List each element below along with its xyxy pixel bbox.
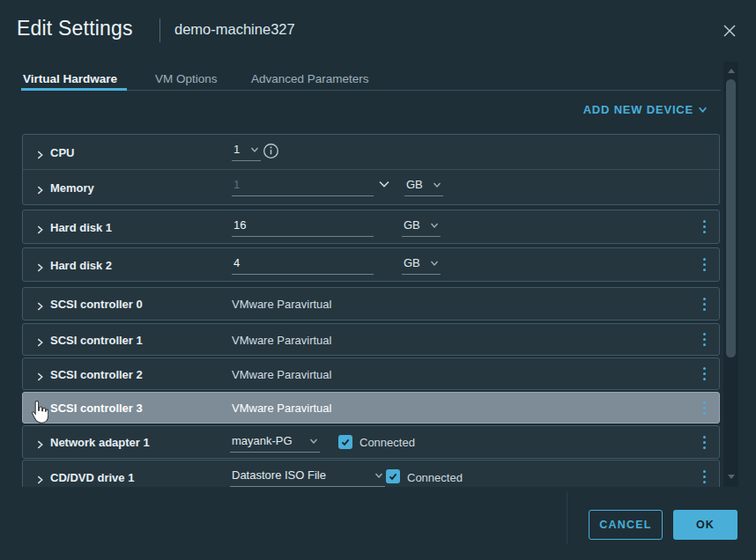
hard-disk-2-card: Hard disk 2 GB <box>22 247 720 282</box>
cd-dvd-source-select[interactable]: Datastore ISO File <box>230 464 385 487</box>
row-scsi-controller-2: SCSI controller 2 VMware Paravirtual <box>23 358 719 389</box>
cd-dvd-source-value: Datastore ISO File <box>232 468 326 482</box>
cpu-memory-card: CPU 1 Memory GB <box>22 134 720 205</box>
row-scsi-controller-3: SCSI controller 3 VMware Paravirtual <box>23 393 719 423</box>
device-list: CPU 1 Memory GB <box>22 123 721 487</box>
chevron-down-icon <box>433 181 441 189</box>
row-cd-dvd-drive-1: CD/DVD drive 1 Datastore ISO File Connec… <box>23 461 719 487</box>
chevron-right-icon[interactable] <box>35 182 45 192</box>
cd-dvd-drive-1-label: CD/DVD drive 1 <box>50 470 134 483</box>
chevron-right-icon[interactable] <box>35 299 45 309</box>
cancel-button[interactable]: CANCEL <box>589 510 663 540</box>
chevron-right-icon[interactable] <box>35 335 45 344</box>
scsi-controller-0-type: VMware Paravirtual <box>232 298 331 311</box>
tab-advanced-parameters[interactable]: Advanced Parameters <box>251 72 369 85</box>
scsi-controller-1-label: SCSI controller 1 <box>50 333 143 346</box>
scsi-controller-2-label: SCSI controller 2 <box>50 367 143 380</box>
memory-size-input[interactable] <box>232 173 374 196</box>
kebab-menu-icon[interactable] <box>693 293 715 314</box>
hard-disk-1-unit-select[interactable]: GB <box>402 214 441 237</box>
scroll-up-arrow-icon[interactable] <box>723 63 738 77</box>
footer-divider <box>567 491 567 544</box>
kebab-menu-icon[interactable] <box>693 254 715 276</box>
scsi-controller-1-card: SCSI controller 1 VMware Paravirtual <box>22 323 720 356</box>
memory-unit-value: GB <box>406 178 423 191</box>
chevron-right-icon[interactable] <box>35 438 45 447</box>
network-connected-checkbox[interactable] <box>338 435 352 449</box>
check-icon <box>388 471 398 482</box>
hard-disk-2-unit-value: GB <box>404 256 420 269</box>
scrollbar-thumb[interactable] <box>726 79 736 357</box>
cd-dvd-connected-label: Connected <box>407 470 463 483</box>
network-adapter-1-card: Network adapter 1 mayank-PG Connected <box>22 425 720 459</box>
kebab-menu-icon[interactable] <box>693 467 715 488</box>
kebab-menu-icon[interactable] <box>693 431 715 453</box>
vm-name: demo-machine327 <box>174 21 295 38</box>
add-new-device-button[interactable]: ADD NEW DEVICE <box>583 103 708 116</box>
tab-virtual-hardware[interactable]: Virtual Hardware <box>23 72 117 85</box>
active-tab-underline <box>21 88 127 91</box>
ok-button[interactable]: OK <box>673 510 737 540</box>
add-new-device-label: ADD NEW DEVICE <box>583 103 693 116</box>
kebab-menu-icon[interactable] <box>693 397 715 418</box>
scsi-controller-2-card: SCSI controller 2 VMware Paravirtual <box>22 357 720 390</box>
cpu-label: CPU <box>50 145 74 158</box>
scroll-down-arrow-icon[interactable] <box>723 469 738 483</box>
network-connected-label: Connected <box>359 436 415 449</box>
scsi-controller-0-label: SCSI controller 0 <box>50 298 143 311</box>
scsi-controller-0-card: SCSI controller 0 VMware Paravirtual <box>22 287 720 321</box>
cpu-count-value: 1 <box>233 143 240 156</box>
row-scsi-controller-1: SCSI controller 1 VMware Paravirtual <box>23 324 719 355</box>
chevron-right-icon[interactable] <box>35 147 45 157</box>
scsi-controller-2-type: VMware Paravirtual <box>232 367 331 380</box>
memory-unit-select[interactable]: GB <box>404 173 443 196</box>
chevron-right-icon[interactable] <box>35 260 45 269</box>
title-divider <box>159 18 160 42</box>
scsi-controller-1-type: VMware Paravirtual <box>232 333 331 346</box>
hard-disk-2-size-input[interactable] <box>232 252 374 275</box>
check-icon <box>340 437 351 447</box>
chevron-right-icon[interactable] <box>35 222 45 232</box>
hard-disk-2-label: Hard disk 2 <box>50 258 112 271</box>
close-icon[interactable] <box>721 22 738 40</box>
scsi-controller-3-card[interactable]: SCSI controller 3 VMware Paravirtual <box>22 392 720 424</box>
chevron-right-icon[interactable] <box>35 472 45 482</box>
memory-label: Memory <box>50 181 94 194</box>
dialog-title: Edit Settings <box>17 17 133 41</box>
chevron-down-icon <box>309 437 318 446</box>
row-memory: Memory GB <box>23 170 719 204</box>
tab-vm-options[interactable]: VM Options <box>155 72 218 85</box>
cd-dvd-drive-1-card: CD/DVD drive 1 Datastore ISO File Connec… <box>22 460 720 487</box>
chevron-down-icon <box>374 471 383 480</box>
network-select[interactable]: mayank-PG <box>230 430 320 453</box>
row-cpu: CPU 1 <box>23 135 719 169</box>
scsi-controller-3-label: SCSI controller 3 <box>50 402 143 415</box>
info-icon[interactable] <box>263 143 279 159</box>
chevron-down-icon[interactable] <box>377 177 391 191</box>
hard-disk-1-size-input[interactable] <box>232 214 374 237</box>
cd-dvd-connected-checkbox[interactable] <box>386 469 400 483</box>
chevron-down-icon <box>250 145 259 154</box>
network-adapter-1-label: Network adapter 1 <box>50 436 150 449</box>
row-hard-disk-2: Hard disk 2 GB <box>23 248 719 281</box>
chevron-down-icon <box>430 221 439 230</box>
network-select-value: mayank-PG <box>232 434 293 447</box>
edit-settings-dialog: Edit Settings demo-machine327 Virtual Ha… <box>0 0 756 560</box>
chevron-down-icon <box>430 259 439 268</box>
hard-disk-1-card: Hard disk 1 GB <box>22 210 720 244</box>
scsi-controller-3-type: VMware Paravirtual <box>232 402 331 415</box>
chevron-right-icon[interactable] <box>35 369 45 379</box>
chevron-down-icon <box>698 105 708 114</box>
row-scsi-controller-0: SCSI controller 0 VMware Paravirtual <box>23 288 719 320</box>
kebab-menu-icon[interactable] <box>693 329 715 350</box>
vertical-scrollbar[interactable] <box>723 62 738 487</box>
cpu-count-select[interactable]: 1 <box>232 138 261 161</box>
row-hard-disk-1: Hard disk 1 GB <box>23 210 719 243</box>
row-network-adapter-1: Network adapter 1 mayank-PG Connected <box>23 426 719 458</box>
hard-disk-2-unit-select[interactable]: GB <box>402 252 441 275</box>
kebab-menu-icon[interactable] <box>693 217 715 238</box>
kebab-menu-icon[interactable] <box>693 364 715 385</box>
chevron-right-icon[interactable] <box>35 403 45 413</box>
hard-disk-1-unit-value: GB <box>404 218 420 232</box>
hard-disk-1-label: Hard disk 1 <box>50 220 112 233</box>
